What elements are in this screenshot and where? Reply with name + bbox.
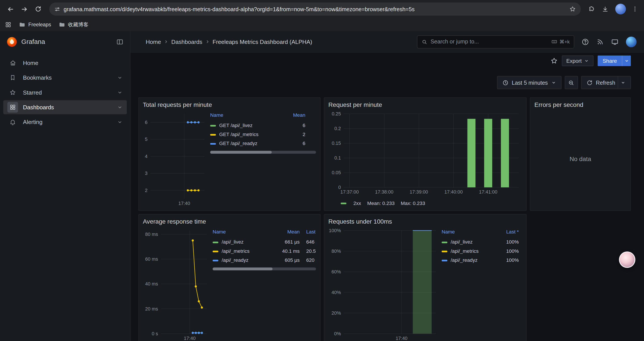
time-range-picker[interactable]: Last 5 minutes [497, 76, 561, 89]
legend-scrollbar[interactable] [212, 267, 316, 270]
url-bar[interactable]: grafana.mathmast.com/d/deytv4rwavabkb/fr… [49, 3, 581, 16]
browser-reload-button[interactable] [32, 3, 44, 15]
breadcrumb-home[interactable]: Home [146, 38, 161, 45]
search-input[interactable]: Search or jump to... ⌘+k [417, 35, 574, 48]
browser-menu-icon[interactable] [632, 6, 638, 12]
svg-text:0.25: 0.25 [332, 111, 341, 117]
legend-row[interactable]: /api/_metrics40.1 ms20.5 ms [212, 247, 316, 256]
bookmark-folder-blog[interactable]: 收藏博客 [58, 21, 88, 28]
bookmarks-bar: Freeleaps 收藏博客 [0, 18, 644, 31]
legend-row[interactable]: /api/_readyz100% [442, 256, 519, 265]
apps-grid-icon[interactable] [5, 21, 12, 28]
export-button[interactable]: Export [562, 56, 594, 66]
legend-column-header[interactable]: Mean [275, 111, 306, 121]
share-label[interactable]: Share [598, 56, 622, 66]
floating-assistant-avatar[interactable] [619, 251, 636, 268]
legend-total-requests[interactable]: NameMeanGET /api/_livez6GET /api/_metric… [210, 111, 316, 207]
chevron-down-icon[interactable] [117, 104, 123, 110]
series-value: 661 µs [265, 237, 300, 246]
series-swatch [212, 251, 218, 252]
series-name: /api/_livez [451, 239, 472, 245]
sidebar-item-dashboards[interactable]: Dashboards [3, 100, 127, 114]
series-name: /api/_metrics [451, 248, 478, 254]
legend-row[interactable]: GET /api/_readyz6 [210, 139, 305, 148]
chart-average-response-time[interactable]: 0 s20 ms40 ms60 ms80 ms17:40 [143, 227, 210, 341]
panel-title[interactable]: Requests under 100ms [328, 218, 522, 225]
chevron-down-icon[interactable] [117, 75, 123, 81]
legend-row[interactable]: GET /api/_metrics2 [210, 130, 305, 139]
svg-text:17:41:00: 17:41:00 [479, 189, 497, 195]
share-menu-button[interactable] [622, 56, 631, 66]
grafana-logo-icon [6, 37, 17, 47]
legend-request-per-minute[interactable]: 2xxMean: 0.233Max: 0.233 [328, 200, 522, 209]
chevron-down-icon[interactable] [117, 119, 123, 125]
panel-title[interactable]: Average response time [143, 218, 316, 225]
chart-total-requests[interactable]: 2345617:40 [143, 111, 208, 207]
legend-table: NameMeanLast */api/_livez661 µs646 µs/ap… [212, 228, 316, 265]
arrow-right-icon [21, 6, 28, 13]
rss-icon[interactable] [596, 38, 604, 46]
legend-requests-under-100ms[interactable]: NameLast */api/_livez100%/api/_metrics10… [442, 227, 522, 341]
refresh-button[interactable]: Refresh [581, 76, 631, 89]
share-button[interactable]: Share [598, 56, 631, 66]
panel-title[interactable]: Total requests per minute [143, 101, 316, 108]
legend-scrollbar-thumb[interactable] [212, 267, 273, 270]
star-icon [10, 89, 16, 96]
legend-column-header[interactable]: Last * [490, 228, 519, 237]
chevron-down-icon[interactable] [620, 80, 625, 85]
series-stat[interactable]: Max: 0.233 [401, 201, 425, 206]
sidebar-item-starred[interactable]: Starred [3, 85, 127, 99]
legend-item[interactable]: 2xxMean: 0.233Max: 0.233 [328, 201, 522, 206]
sidebar-collapse-button[interactable] [116, 38, 124, 46]
svg-text:17:37:00: 17:37:00 [340, 189, 359, 195]
legend-column-header[interactable]: Mean [265, 228, 300, 237]
panel-request-per-minute: Request per minute 00.050.10.150.20.2517… [324, 97, 526, 211]
chevron-down-icon[interactable] [117, 90, 123, 95]
series-value: 20.5 ms [300, 247, 316, 256]
series-name: /api/_livez [222, 239, 244, 245]
sidebar-item-alerting[interactable]: Alerting [3, 115, 127, 129]
series-value: 6 [275, 121, 306, 130]
legend-column-header[interactable]: Name [442, 228, 490, 237]
legend-row[interactable]: GET /api/_livez6 [210, 121, 305, 130]
browser-back-button[interactable] [4, 3, 16, 15]
extensions-icon[interactable] [588, 6, 595, 13]
legend-row[interactable]: /api/_readyz605 µs620 µs [212, 256, 316, 265]
legend-scrollbar-thumb[interactable] [210, 151, 272, 154]
series-stat[interactable]: Mean: 0.233 [367, 201, 394, 206]
chart-requests-under-100ms[interactable]: 0%20%40%60%80%100%17:40 [328, 227, 439, 341]
chart-request-per-minute[interactable]: 00.050.10.150.20.2517:37:0017:38:0017:39… [328, 111, 522, 197]
site-settings-icon[interactable] [54, 6, 60, 12]
series-value: 100% [490, 237, 519, 246]
svg-text:17:40: 17:40 [396, 336, 408, 341]
series-value: 100% [490, 247, 519, 256]
legend-scrollbar[interactable] [210, 151, 316, 154]
breadcrumb-dashboards[interactable]: Dashboards [172, 38, 202, 45]
legend-column-header[interactable]: Last * [300, 228, 316, 237]
legend-row[interactable]: /api/_livez661 µs646 µs [212, 237, 316, 246]
legend-row[interactable]: /api/_metrics100% [442, 247, 519, 256]
legend-column-header[interactable]: Name [212, 228, 265, 237]
bookmark-folder-freeleaps[interactable]: Freeleaps [19, 21, 51, 28]
legend-table: NameLast */api/_livez100%/api/_metrics10… [442, 228, 519, 265]
legend-column-header[interactable]: Name [210, 111, 275, 121]
favorite-star-icon[interactable] [550, 57, 558, 65]
legend-average-response-time[interactable]: NameMeanLast */api/_livez661 µs646 µs/ap… [212, 227, 316, 341]
search-shortcut: ⌘+k [551, 39, 570, 45]
bookmark-star-icon[interactable] [569, 6, 576, 12]
series-name: /api/_readyz [451, 257, 478, 263]
help-icon[interactable] [582, 38, 589, 46]
zoom-out-button[interactable] [565, 76, 578, 89]
sidebar-item-bookmarks[interactable]: Bookmarks [3, 71, 127, 85]
panel-title[interactable]: Request per minute [328, 101, 522, 108]
downloads-icon[interactable] [602, 6, 609, 13]
user-avatar[interactable] [626, 37, 637, 47]
browser-forward-button[interactable] [18, 3, 30, 15]
series-name: /api/_metrics [222, 248, 250, 254]
divider [618, 76, 618, 89]
legend-row[interactable]: /api/_livez100% [442, 237, 519, 246]
panel-title[interactable]: Errors per second [534, 101, 626, 108]
browser-profile-avatar[interactable] [615, 4, 626, 15]
tv-mode-icon[interactable] [611, 38, 618, 46]
sidebar-item-home[interactable]: Home [3, 56, 127, 70]
